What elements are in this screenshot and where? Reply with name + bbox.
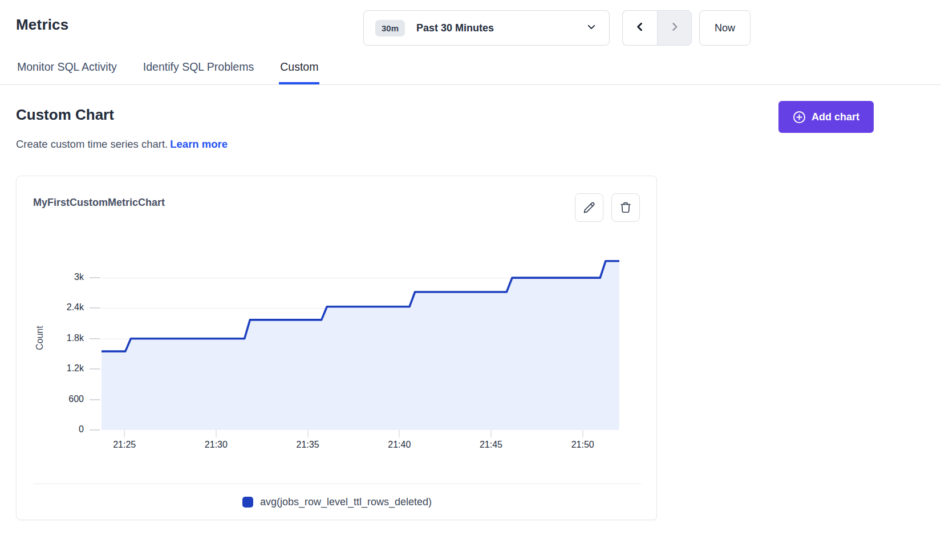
trash-icon: [619, 201, 632, 214]
y-tick-label: 1.2k: [31, 363, 84, 374]
edit-chart-button[interactable]: [575, 193, 603, 222]
y-tick-mark: [90, 277, 100, 278]
chevron-left-icon: [634, 21, 646, 35]
card-divider: [33, 484, 641, 484]
add-chart-button[interactable]: Add chart: [778, 101, 874, 133]
pencil-icon: [583, 201, 595, 214]
x-tick-label: 21:25: [99, 440, 150, 450]
y-tick-mark: [90, 429, 100, 431]
y-tick-mark: [90, 338, 100, 339]
tab-identify-sql-problems[interactable]: Identify SQL Problems: [142, 57, 255, 84]
x-tick-mark: [216, 430, 217, 437]
x-tick-label: 21:50: [557, 440, 609, 450]
chevron-down-icon: [586, 22, 597, 34]
page-title: Metrics: [16, 16, 68, 34]
learn-more-link[interactable]: Learn more: [170, 138, 228, 150]
x-tick-mark: [490, 430, 492, 437]
x-tick-label: 21:40: [374, 440, 425, 450]
y-tick-mark: [90, 307, 100, 309]
y-tick-label: 1.8k: [31, 333, 84, 343]
x-tick-mark: [307, 430, 309, 437]
metrics-tabs: Monitor SQL Activity Identify SQL Proble…: [0, 57, 941, 85]
y-tick-mark: [90, 368, 100, 370]
y-tick-mark: [90, 399, 100, 400]
delete-chart-button[interactable]: [611, 193, 640, 222]
custom-chart-card: MyFirstCustomMetricChart Count 06001.2k1…: [16, 176, 657, 520]
legend-swatch: [242, 497, 253, 508]
y-tick-label: 600: [31, 394, 84, 404]
section-description-text: Create custom time series chart.: [16, 138, 168, 150]
prev-time-button[interactable]: [622, 10, 657, 46]
add-chart-label: Add chart: [812, 111, 859, 123]
x-tick-mark: [582, 430, 583, 437]
plus-circle-icon: [793, 111, 806, 124]
chevron-right-icon: [669, 21, 680, 35]
time-range-selector[interactable]: 30m Past 30 Minutes: [363, 10, 610, 46]
x-tick-label: 21:45: [465, 440, 517, 450]
now-button[interactable]: Now: [699, 10, 751, 46]
chart-title: MyFirstCustomMetricChart: [33, 197, 165, 209]
time-series-plot: [102, 246, 619, 430]
time-range-label: Past 30 Minutes: [416, 22, 586, 34]
legend-label: avg(jobs_row_level_ttl_rows_deleted): [260, 496, 432, 508]
series-area: [102, 261, 619, 430]
section-description: Create custom time series chart.Learn mo…: [16, 138, 228, 151]
chart-legend: avg(jobs_row_level_ttl_rows_deleted): [17, 496, 658, 508]
tab-monitor-sql-activity[interactable]: Monitor SQL Activity: [16, 57, 118, 84]
y-tick-label: 0: [31, 424, 84, 435]
next-time-button[interactable]: [657, 10, 692, 46]
x-tick-mark: [124, 430, 125, 437]
x-tick-mark: [399, 430, 400, 437]
time-pager: [622, 10, 692, 46]
x-tick-label: 21:35: [282, 440, 334, 450]
time-range-badge: 30m: [375, 20, 405, 36]
tab-custom[interactable]: Custom: [279, 57, 319, 84]
x-tick-label: 21:30: [190, 440, 242, 450]
y-tick-label: 3k: [31, 272, 84, 282]
section-heading: Custom Chart: [16, 106, 114, 124]
y-tick-label: 2.4k: [31, 302, 84, 313]
